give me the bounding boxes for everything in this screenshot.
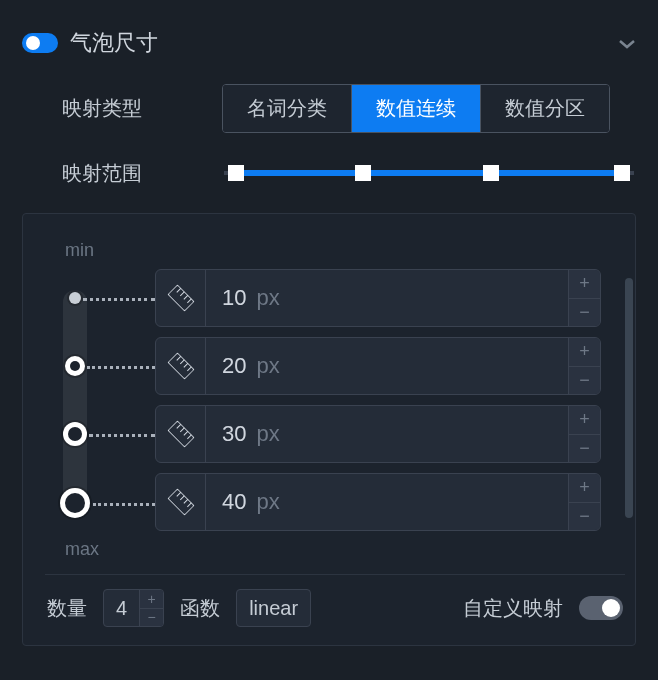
connector-0 [83,298,155,301]
ruler-icon[interactable] [156,270,206,326]
vertical-node-3[interactable] [60,488,90,518]
vertical-track-bg [63,290,87,510]
size-value-3: 40 [222,489,246,515]
size-input-0[interactable]: 10 px [206,270,568,326]
ruler-icon[interactable] [156,406,206,462]
connector-1 [87,366,155,369]
size-row-3: 40 px + − [155,473,601,531]
max-label: max [45,539,625,560]
ruler-icon[interactable] [156,338,206,394]
svg-line-19 [187,503,191,507]
size-stepper-3: + − [568,474,600,530]
mapping-type-segment: 名词分类 数值连续 数值分区 [222,84,610,133]
count-step-up[interactable]: + [140,590,163,609]
seg-option-2[interactable]: 数值分区 [481,85,609,132]
count-input[interactable]: 4 + − [103,589,164,627]
range-handle-3[interactable] [614,165,630,181]
svg-line-13 [183,431,187,435]
svg-line-18 [183,499,187,503]
scrollbar[interactable] [625,278,633,518]
connector-3 [93,503,155,506]
size-input-2[interactable]: 30 px [206,406,568,462]
vertical-node-1[interactable] [65,356,85,376]
size-value-2: 30 [222,421,246,447]
size-stepper-1: + − [568,338,600,394]
size-unit-0: px [256,285,279,311]
size-row-2: 30 px + − [155,405,601,463]
svg-line-4 [187,299,191,303]
bubble-size-toggle[interactable] [22,33,58,53]
step-up-3[interactable]: + [569,474,600,503]
seg-option-1[interactable]: 数值连续 [352,85,481,132]
function-label: 函数 [180,595,220,622]
seg-option-0[interactable]: 名词分类 [223,85,352,132]
step-down-0[interactable]: − [569,299,600,327]
count-stepper: + − [139,590,163,626]
svg-line-11 [176,424,180,428]
chevron-down-icon[interactable] [618,32,636,55]
range-handle-2[interactable] [483,165,499,181]
svg-line-6 [176,356,180,360]
step-up-2[interactable]: + [569,406,600,435]
count-step-down[interactable]: − [140,609,163,627]
size-value-0: 10 [222,285,246,311]
vertical-node-0[interactable] [69,292,81,304]
size-mapping-panel: min 10 px + − [22,213,636,646]
svg-line-7 [180,360,184,364]
custom-mapping-toggle[interactable] [579,596,623,620]
step-up-1[interactable]: + [569,338,600,367]
connector-2 [89,434,155,437]
count-value: 4 [104,590,139,626]
step-down-1[interactable]: − [569,367,600,395]
size-row-1: 20 px + − [155,337,601,395]
min-label: min [45,240,625,261]
vertical-node-2[interactable] [63,422,87,446]
size-stepper-0: + − [568,270,600,326]
svg-line-9 [187,367,191,371]
panel-footer: 数量 4 + − 函数 linear 自定义映射 [45,574,625,627]
svg-line-17 [180,496,184,500]
svg-line-16 [176,492,180,496]
svg-line-8 [183,363,187,367]
range-track-active [236,170,621,176]
range-handle-1[interactable] [355,165,371,181]
mapping-range-label: 映射范围 [22,160,222,187]
size-unit-1: px [256,353,279,379]
custom-mapping-label: 自定义映射 [463,595,563,622]
svg-line-2 [180,292,184,296]
range-handle-0[interactable] [228,165,244,181]
svg-line-3 [183,295,187,299]
step-down-2[interactable]: − [569,435,600,463]
mapping-range-slider[interactable] [224,159,634,187]
function-value: linear [249,597,298,620]
svg-line-14 [187,435,191,439]
mapping-type-label: 映射类型 [22,95,222,122]
svg-line-1 [176,288,180,292]
svg-line-12 [180,428,184,432]
size-input-1[interactable]: 20 px [206,338,568,394]
count-label: 数量 [47,595,87,622]
function-select[interactable]: linear [236,589,311,627]
size-input-3[interactable]: 40 px [206,474,568,530]
vertical-track [53,280,133,520]
size-stepper-2: + − [568,406,600,462]
step-up-0[interactable]: + [569,270,600,299]
ruler-icon[interactable] [156,474,206,530]
size-unit-2: px [256,421,279,447]
section-title: 气泡尺寸 [70,28,158,58]
size-unit-3: px [256,489,279,515]
size-row-0: 10 px + − [155,269,601,327]
size-value-1: 20 [222,353,246,379]
step-down-3[interactable]: − [569,503,600,531]
